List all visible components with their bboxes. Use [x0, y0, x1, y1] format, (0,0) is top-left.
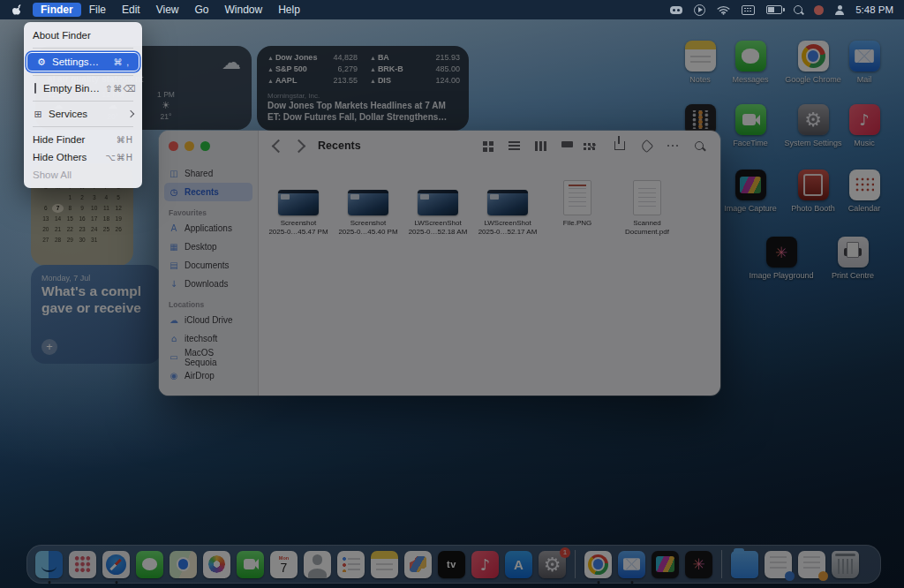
stocks-widget[interactable]: Dow Jones44,828 BA215.93 S&P 5006,279 BR… [257, 46, 469, 131]
journal-widget[interactable]: Monday, 7 Jul What's a compl gave or rec… [31, 265, 162, 364]
desktop-icon-image-playground[interactable]: Image Playground [753, 237, 810, 280]
file-item[interactable]: File.PNG [545, 175, 610, 228]
keyboard-shortcut: ⌘ , [113, 57, 130, 67]
keyboard-icon[interactable] [742, 5, 755, 15]
sidebar-item-documents[interactable]: ▤Documents [164, 256, 252, 275]
menu-item-hide-finder[interactable]: Hide Finder⌘H [24, 131, 142, 148]
controller-icon[interactable] [670, 6, 682, 14]
wifi-icon[interactable] [717, 5, 730, 15]
file-item[interactable]: LWScreenShot2025-0…52.17 AM [475, 175, 540, 237]
menu-item-about-finder[interactable]: About Finder [24, 26, 142, 44]
desktop-icon-facetime[interactable]: FaceTime [722, 104, 779, 147]
close-button[interactable] [169, 141, 178, 151]
sidebar-item-airdrop[interactable]: ◉AirDrop [164, 366, 252, 385]
menu-view[interactable]: View [148, 3, 187, 17]
dock-item-image-capture[interactable] [652, 551, 679, 578]
clock[interactable]: 5:48 PM [855, 4, 893, 15]
search-icon[interactable] [794, 5, 802, 14]
running-indicator [115, 581, 117, 584]
file-item[interactable]: ScannedDocument.pdf [614, 175, 680, 237]
now-playing-icon[interactable] [694, 4, 705, 16]
sidebar-section-header: Locations [169, 300, 248, 309]
music-note-icon [849, 104, 880, 135]
dock-item-finder[interactable] [35, 551, 63, 578]
menu-item-hide-others[interactable]: Hide Others⌥⌘H [24, 148, 142, 166]
dock-item-reminders[interactable] [337, 551, 365, 578]
sidebar-label: itechsoft [185, 334, 217, 343]
dock-item-folder[interactable] [731, 551, 758, 578]
sidebar-label: Applications [185, 223, 232, 233]
sidebar-item-icloud-drive[interactable]: ☁iCloud Drive [164, 311, 252, 329]
sidebar-item-recents[interactable]: ◷Recents [164, 183, 252, 201]
desktop-icon-system-settings[interactable]: System Settings [785, 104, 841, 147]
menu-edit[interactable]: Edit [114, 3, 148, 17]
menu-file[interactable]: File [81, 3, 114, 17]
dock-item-calendar[interactable]: Mon7 [270, 551, 298, 578]
desktop-icon-print-centre[interactable]: Print Centre [825, 237, 881, 280]
file-item[interactable]: Screenshot2025-0…45.40 PM [335, 175, 401, 237]
menu-help[interactable]: Help [270, 3, 308, 17]
sidebar-item-desktop[interactable]: ▦Desktop [164, 237, 252, 256]
battery-icon[interactable] [766, 5, 782, 14]
file-item[interactable]: LWScreenShot2025-0…52.18 AM [405, 175, 471, 237]
window-controls [169, 141, 210, 151]
dock-item-app-store[interactable] [505, 551, 532, 578]
zoom-button[interactable] [200, 141, 210, 151]
minimize-button[interactable] [185, 141, 194, 151]
desktop-icon-calendar[interactable]: Calendar [836, 170, 893, 213]
dock-item-google-chrome[interactable] [584, 551, 612, 578]
desktop-icon-notes[interactable]: Notes [672, 41, 728, 84]
desktop-icon-messages[interactable]: Messages [722, 41, 779, 84]
sidebar-item-itechsoft[interactable]: ⌂itechsoft [164, 329, 252, 348]
dock-item-system-settings[interactable]: 1 [539, 551, 566, 578]
desktop-icon-photo-booth[interactable]: Photo Booth [785, 170, 841, 213]
notes-icon [371, 551, 398, 578]
sidebar-item-downloads[interactable]: ↓Downloads [164, 275, 252, 293]
dock-item-trash[interactable] [832, 551, 859, 578]
dock-item-freeform[interactable] [404, 551, 432, 578]
menu-window[interactable]: Window [217, 3, 271, 17]
dock-item-notes[interactable] [371, 551, 398, 578]
desktop-icon-google-chrome[interactable]: Google Chrome [785, 41, 841, 84]
focus-icon[interactable] [814, 5, 824, 15]
dock-item-photos[interactable] [203, 551, 230, 578]
dock-item-apple-tv[interactable] [438, 551, 465, 578]
menu-item-empty-bin[interactable]: Empty Bin…⇧⌘⌫ [24, 79, 142, 97]
desktop-icon-music[interactable]: Music [836, 104, 893, 147]
apple-menu[interactable] [12, 4, 24, 17]
dock-item-launchpad[interactable] [69, 551, 96, 578]
selected-day: 7 [52, 204, 64, 213]
dock-item-maps[interactable] [170, 551, 197, 578]
dock-item-messages[interactable] [136, 551, 163, 578]
menu-item-services[interactable]: ⊞Services [24, 105, 142, 123]
icon-label: Messages [732, 75, 768, 84]
user-switcher-icon[interactable] [835, 5, 844, 14]
notes-icon [685, 41, 716, 72]
desktop-icon-image-capture[interactable]: Image Capture [722, 170, 779, 213]
stock-quote: S&P 5006,279 [267, 64, 358, 73]
dock-item-mail[interactable] [618, 551, 645, 578]
sidebar-label: Recents [185, 187, 219, 197]
desktop-icon-mail[interactable]: Mail [836, 41, 893, 84]
file-item[interactable]: Screenshot2025-0…45.47 PM [266, 175, 331, 237]
dock-item-downloads-stack[interactable] [798, 551, 825, 578]
menu-finder[interactable]: Finder [33, 3, 81, 17]
keyboard-shortcut: ⇧⌘⌫ [105, 84, 137, 94]
dock-item-facetime[interactable] [237, 551, 264, 578]
app-store-icon [505, 551, 532, 578]
sidebar-item-shared[interactable]: ◫Shared [164, 164, 252, 183]
dock-item-image-playground[interactable] [685, 551, 712, 578]
dock-item-safari[interactable] [102, 551, 130, 578]
sidebar-item-applications[interactable]: AApplications [164, 219, 252, 237]
dock-item-document-stack[interactable] [765, 551, 792, 578]
icon-label: Image Playground [749, 271, 813, 280]
file-name: 2025-0…45.47 PM [266, 228, 331, 237]
sidebar-item-macos-sequoia[interactable]: ▭MacOS Sequoia [164, 348, 252, 366]
add-entry-button[interactable]: + [41, 339, 57, 355]
dock-item-contacts[interactable] [304, 551, 331, 578]
maps-icon [170, 551, 197, 578]
menu-item-settings[interactable]: ⚙Settings…⌘ , [26, 52, 139, 72]
dock-item-music[interactable] [471, 551, 499, 578]
hour-label: 1 PM [157, 90, 175, 99]
menu-go[interactable]: Go [187, 3, 217, 17]
